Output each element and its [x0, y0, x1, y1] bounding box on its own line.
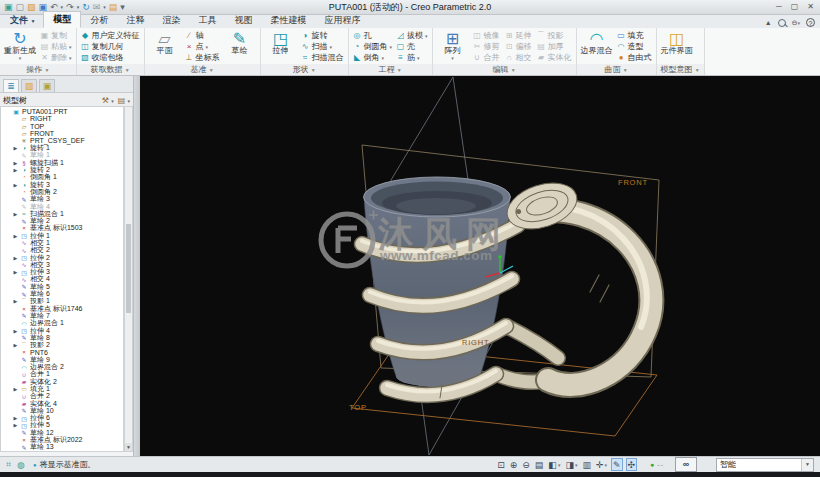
- tree-item[interactable]: ▰实体化 2: [1, 378, 123, 385]
- navigator-toggle-icon[interactable]: ⌗: [6, 459, 11, 470]
- expand-icon[interactable]: ▶: [11, 182, 20, 188]
- mirror-button[interactable]: ◫镜像: [473, 30, 500, 41]
- browser-toggle-icon[interactable]: ◍: [17, 460, 25, 470]
- scrollbar-down-arrow[interactable]: ▼: [125, 443, 132, 451]
- boundary-blend-button[interactable]: ◠ 边界混合: [581, 30, 613, 55]
- hole-button[interactable]: ◎孔: [353, 30, 393, 41]
- minimize-button[interactable]: ─: [776, 2, 782, 11]
- new-file-icon[interactable]: ▢: [16, 3, 25, 12]
- app-icon[interactable]: ▣: [4, 3, 13, 12]
- tree-item[interactable]: ×基准点 标识1503: [1, 225, 123, 232]
- tree-item[interactable]: ▰实体化 4: [1, 400, 123, 407]
- expand-icon[interactable]: ▶: [11, 415, 20, 421]
- copy-geometry-button[interactable]: ◫复制几何: [81, 41, 140, 52]
- tree-scrollbar[interactable]: ▼: [124, 106, 133, 452]
- favorites-tab[interactable]: ▣: [39, 79, 55, 92]
- model-tree-tab[interactable]: ≣: [3, 79, 19, 92]
- delete-button[interactable]: ✕删除▾: [40, 52, 72, 63]
- swept-blend-button[interactable]: ≈扫描混合: [301, 52, 344, 63]
- tree-item[interactable]: ▶▭填充 1: [1, 385, 123, 392]
- annotation-display-toggle[interactable]: ✎: [611, 458, 623, 471]
- view-manager-icon[interactable]: ▥: [581, 458, 592, 471]
- tree-item[interactable]: ✎草绘 3: [1, 196, 123, 203]
- scrollbar-thumb[interactable]: [126, 224, 131, 313]
- tree-item[interactable]: ◔倒圆角 1: [1, 174, 123, 181]
- chamfer-button[interactable]: ◣倒角▾: [353, 52, 393, 63]
- component-interface-button[interactable]: ◫ 元件界面: [661, 30, 693, 55]
- refit-icon[interactable]: ⊡: [496, 458, 506, 471]
- tree-item[interactable]: ✎草绘 5: [1, 283, 123, 290]
- extend-button[interactable]: ⊞延伸: [505, 30, 532, 41]
- chevron-down-icon[interactable]: ▼: [801, 459, 813, 471]
- udf-button[interactable]: ◆用户定义特征: [81, 30, 140, 41]
- regenerate-button[interactable]: ↻ 重新生成▾: [4, 30, 36, 61]
- fill-button[interactable]: ▭填充: [617, 30, 652, 41]
- freestyle-button[interactable]: ●自由式: [617, 52, 652, 63]
- tree-item[interactable]: ▱RIGHT: [1, 115, 123, 122]
- tab-工具[interactable]: 工具: [189, 13, 225, 28]
- tree-filters-button[interactable]: ⚒ ▾: [102, 96, 114, 105]
- group-label-model-intent[interactable]: 模型意图 ▼: [657, 64, 704, 75]
- tree-item[interactable]: ∿相交 3: [1, 261, 123, 268]
- paste-button[interactable]: ▤粘贴▾: [40, 41, 72, 52]
- pattern-button[interactable]: ⊞ 阵列▾: [437, 30, 469, 61]
- intersect-button[interactable]: ∩相交: [505, 52, 532, 63]
- tree-item[interactable]: ▶⌒投影 2: [1, 342, 123, 349]
- expand-icon[interactable]: ▶: [11, 386, 20, 392]
- open-file-icon[interactable]: ▨: [27, 3, 36, 12]
- expand-icon[interactable]: ▶: [11, 167, 20, 173]
- thicken-button[interactable]: ▤加厚: [537, 41, 572, 52]
- revolve-button[interactable]: ◑旋转: [301, 30, 344, 41]
- shrinkwrap-button[interactable]: ▧收缩包络: [81, 52, 140, 63]
- expand-icon[interactable]: ▶: [11, 160, 20, 166]
- tree-item[interactable]: ∿相交 2: [1, 247, 123, 254]
- tree-item[interactable]: ▶◑旋转 1: [1, 144, 123, 151]
- project-button[interactable]: ⌒投影: [537, 30, 572, 41]
- csys-button[interactable]: ⊥坐标系: [185, 52, 220, 63]
- tree-item[interactable]: ✳PRT_CSYS_DEF: [1, 137, 123, 144]
- tree-item[interactable]: ∿相交 4: [1, 276, 123, 283]
- sketch-button[interactable]: ✎ 草绘: [224, 30, 256, 55]
- tree-item[interactable]: ∿相交 1: [1, 239, 123, 246]
- spin-center-toggle[interactable]: ✣: [626, 458, 638, 471]
- graphics-area[interactable]: FRONT RIGHT TOP 沐风网 www.mfcad.com: [140, 76, 820, 456]
- tree-item[interactable]: ▣PUTA001.PRT: [1, 108, 123, 115]
- tab-视图[interactable]: 视图: [225, 13, 261, 28]
- extrude-button[interactable]: ◳ 拉伸: [265, 30, 297, 55]
- selection-filter-combo[interactable]: 智能 ▼: [716, 458, 814, 472]
- tree-item[interactable]: ▶◳拉伸 5: [1, 422, 123, 429]
- style-button[interactable]: ◠造型: [617, 41, 652, 52]
- tab-模型[interactable]: 模型: [43, 11, 81, 28]
- search-commands-icon[interactable]: [778, 19, 786, 27]
- zoom-out-icon[interactable]: ⊖: [521, 458, 531, 471]
- minimize-ribbon-icon[interactable]: ⊖▾: [792, 19, 800, 27]
- tree-item[interactable]: ×基准点 标识1746: [1, 305, 123, 312]
- tree-item[interactable]: ▱TOP: [1, 123, 123, 130]
- tree-item[interactable]: ▶◑旋转 3: [1, 181, 123, 188]
- group-label-operations[interactable]: 操作 ▼: [0, 64, 76, 75]
- offset-button[interactable]: ⊡偏移: [505, 41, 532, 52]
- group-label-datum[interactable]: 基准 ▼: [145, 64, 260, 75]
- expand-icon[interactable]: ▶: [11, 342, 20, 348]
- saved-orientations-icon[interactable]: ◨▾: [564, 458, 578, 471]
- tree-settings-button[interactable]: ▤ ▾: [118, 96, 130, 105]
- folder-browser-tab[interactable]: ▨: [21, 79, 37, 92]
- draft-button[interactable]: ◿拔模▾: [396, 30, 428, 41]
- tab-注释[interactable]: 注释: [117, 13, 153, 28]
- tree-item[interactable]: ◠边界混合 2: [1, 363, 123, 370]
- tree-item[interactable]: ▶◳拉伸 6: [1, 414, 123, 421]
- expand-icon[interactable]: ▶: [11, 269, 20, 275]
- tab-柔性建模[interactable]: 柔性建模: [261, 13, 315, 28]
- expand-icon[interactable]: ▶: [11, 422, 20, 428]
- axis-button[interactable]: ∕轴: [185, 30, 220, 41]
- group-label-shapes[interactable]: 形状 ▼: [261, 64, 348, 75]
- tree-item[interactable]: ▱FRONT: [1, 130, 123, 137]
- point-button[interactable]: ×点▾: [185, 41, 220, 52]
- datum-display-icon[interactable]: ✛▾: [595, 458, 608, 471]
- expand-icon[interactable]: ▶: [11, 233, 20, 239]
- display-style-icon[interactable]: ◧▾: [547, 458, 561, 471]
- trim-button[interactable]: ✂修剪: [473, 41, 500, 52]
- tree-item[interactable]: ▶≈扫描混合 1: [1, 210, 123, 217]
- round-button[interactable]: ◔倒圆角▾: [353, 41, 393, 52]
- tree-item[interactable]: ∪合并 2: [1, 393, 123, 400]
